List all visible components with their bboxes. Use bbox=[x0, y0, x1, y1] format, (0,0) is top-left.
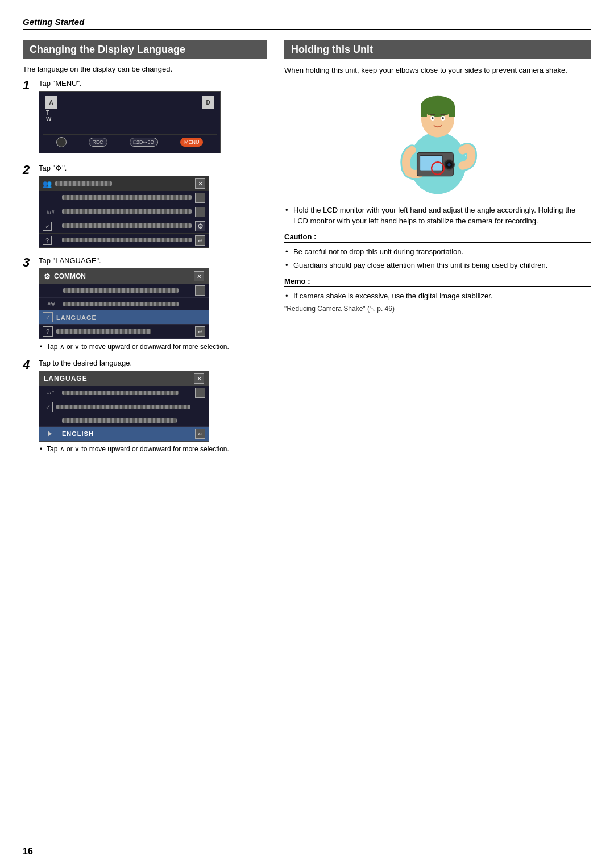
svg-rect-4 bbox=[449, 106, 455, 116]
question-icon: ? bbox=[43, 326, 53, 337]
right-column: Holding this Unit When holding this unit… bbox=[284, 40, 591, 461]
back-btn-3[interactable]: ↩ bbox=[195, 326, 205, 337]
svg-rect-3 bbox=[421, 106, 427, 116]
menu-header-icon: 👥 bbox=[43, 180, 112, 188]
caution-item-2: Guardians should pay close attention whe… bbox=[284, 260, 591, 271]
menu-row-3: ✓ ⚙ bbox=[39, 219, 209, 234]
menu-row3-left: ✓ bbox=[43, 222, 59, 231]
step-3: 3 Tap "LANGUAGE". ⚙ COMMON ✕ bbox=[23, 256, 267, 351]
screen1-top: A D bbox=[43, 95, 217, 110]
language-label: LANGUAGE bbox=[56, 314, 97, 321]
lang-header: LANGUAGE ✕ bbox=[39, 371, 209, 386]
step-2-content: Tap "⚙". 👥 ✕ bbox=[39, 164, 267, 248]
page-header: Getting Started bbox=[23, 17, 591, 30]
screen-settings: 👥 ✕ #/# bbox=[39, 176, 209, 248]
page-number: 16 bbox=[23, 846, 33, 857]
common-header-text: ⚙ COMMON bbox=[44, 272, 86, 281]
menu-btn[interactable]: MENU bbox=[180, 138, 204, 147]
rec-btn[interactable]: REC bbox=[89, 138, 107, 147]
step-3-number: 3 bbox=[23, 256, 34, 269]
back-btn-2[interactable]: ↩ bbox=[195, 235, 205, 246]
left-column: Changing the Display Language The langua… bbox=[23, 40, 267, 461]
step-2-label: Tap "⚙". bbox=[39, 164, 267, 172]
svg-point-8 bbox=[442, 117, 444, 119]
right-bullet-1: Hold the LCD monitor with your left hand… bbox=[284, 205, 591, 227]
right-section-title: Holding this Unit bbox=[284, 40, 591, 59]
common-row-language[interactable]: ✓ LANGUAGE bbox=[39, 310, 209, 325]
icon-a: A bbox=[45, 96, 57, 109]
memo-item-1: If camera shake is excessive, use the di… bbox=[284, 290, 591, 302]
lang-row1-bar bbox=[62, 391, 192, 395]
menu-row-1 bbox=[39, 191, 209, 205]
lang-row-3 bbox=[39, 414, 209, 427]
tw-icon: TW bbox=[44, 109, 53, 123]
lang-row-1: #/# bbox=[39, 386, 209, 400]
screen1-bottom: REC □2D⇔3D MENU bbox=[43, 134, 217, 149]
right-intro: When holding this unit, keep your elbows… bbox=[284, 65, 591, 76]
common-close-btn[interactable]: ✕ bbox=[194, 271, 204, 281]
menu-bar-1 bbox=[62, 195, 192, 201]
back-btn-4[interactable]: ↩ bbox=[195, 429, 205, 439]
lang-row1-right bbox=[195, 388, 205, 398]
common-row-4: ? ↩ bbox=[39, 325, 209, 339]
person-illustration bbox=[387, 83, 489, 197]
caution-title: Caution : bbox=[284, 232, 591, 243]
caution-section: Caution : Be careful not to drop this un… bbox=[284, 232, 591, 271]
common-row2-left: #/# bbox=[43, 301, 60, 307]
english-triangle bbox=[43, 431, 59, 437]
common-header: ⚙ COMMON ✕ bbox=[39, 269, 209, 284]
2d3d-btn[interactable]: □2D⇔3D bbox=[130, 138, 158, 147]
step-2: 2 Tap "⚙". 👥 ✕ bbox=[23, 164, 267, 248]
gear-icon-header: ⚙ bbox=[44, 272, 51, 281]
common-row1-bar bbox=[63, 288, 192, 293]
icon-d: D bbox=[202, 96, 214, 109]
step-1-content: Tap "MENU". A D TW REC □2D⇔3D MENU bbox=[39, 79, 267, 156]
menu-row4-left: ? bbox=[43, 236, 59, 245]
common-row1-right bbox=[195, 285, 205, 296]
svg-point-7 bbox=[432, 117, 434, 119]
english-label: ENGLISH bbox=[62, 430, 94, 437]
memo-title: Memo : bbox=[284, 277, 591, 287]
memo-ref: "Reducing Camera Shake" (␇ p. 46) bbox=[284, 305, 591, 313]
step-1-number: 1 bbox=[23, 79, 34, 92]
circle-icon bbox=[56, 137, 67, 147]
left-intro: The language on the display can be chang… bbox=[23, 65, 267, 73]
caution-item-1: Be careful not to drop this unit during … bbox=[284, 246, 591, 258]
section-category: Getting Started bbox=[23, 17, 84, 27]
lang-checkmark: ✓ bbox=[43, 402, 53, 412]
menu-close-btn[interactable]: ✕ bbox=[195, 178, 205, 189]
menu-row2-right bbox=[195, 207, 205, 217]
step-4: 4 Tap to the desired language. LANGUAGE … bbox=[23, 359, 267, 453]
lang-close-btn[interactable]: ✕ bbox=[194, 373, 204, 384]
step-1: 1 Tap "MENU". A D TW REC □2D⇔3D MENU bbox=[23, 79, 267, 156]
menu-row-4: ? ↩ bbox=[39, 234, 209, 248]
screen-common: ⚙ COMMON ✕ #/# bbox=[39, 268, 209, 339]
step-4-number: 4 bbox=[23, 359, 34, 371]
menu-bar-3 bbox=[62, 223, 192, 229]
common-row-1 bbox=[39, 284, 209, 298]
screen-language: LANGUAGE ✕ #/# ✓ bbox=[39, 371, 209, 442]
lang-row-2: ✓ bbox=[39, 400, 209, 414]
checkmark-icon: ✓ bbox=[43, 312, 53, 322]
common-row2-bar bbox=[63, 302, 192, 306]
step-4-label: Tap to the desired language. bbox=[39, 359, 267, 367]
step-1-label: Tap "MENU". bbox=[39, 79, 267, 88]
lang-row-english[interactable]: ENGLISH ↩ bbox=[39, 427, 209, 441]
step-3-content: Tap "LANGUAGE". ⚙ COMMON ✕ bbox=[39, 256, 267, 351]
left-section-title: Changing the Display Language bbox=[23, 40, 267, 59]
lang-header-text: LANGUAGE bbox=[44, 375, 88, 383]
gear-icon[interactable]: ⚙ bbox=[195, 221, 205, 231]
step4-note: Tap ∧ or ∨ to move upward or downward fo… bbox=[39, 445, 267, 453]
common-row-2: #/# bbox=[39, 298, 209, 310]
language-label-row: LANGUAGE bbox=[56, 313, 205, 322]
lang-row3-bar bbox=[62, 418, 205, 423]
menu-bar-2 bbox=[62, 209, 192, 215]
menu-row2-left: #/# bbox=[43, 209, 59, 215]
common-row4-bar bbox=[56, 329, 192, 334]
menu-row1-right bbox=[195, 193, 205, 203]
step-3-label: Tap "LANGUAGE". bbox=[39, 256, 267, 265]
menu-row-2: #/# bbox=[39, 205, 209, 219]
menu-bar-4 bbox=[62, 238, 192, 243]
svg-point-14 bbox=[447, 163, 450, 165]
menu-header: 👥 ✕ bbox=[39, 176, 209, 191]
